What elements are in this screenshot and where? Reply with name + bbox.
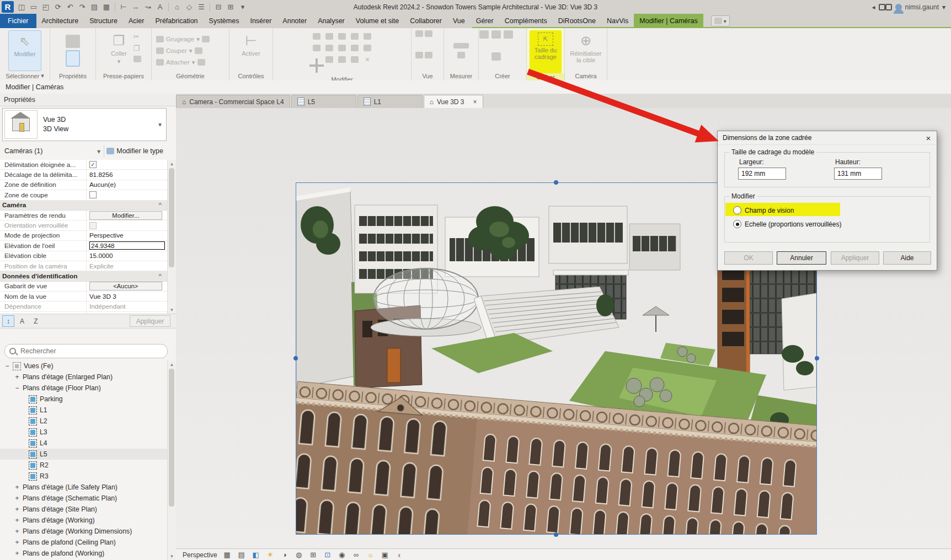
copy-tool-icon[interactable] (325, 56, 333, 63)
delete-icon[interactable]: × (365, 55, 370, 64)
shadows-icon[interactable]: ◑ (280, 551, 289, 559)
tree-item-working-dimensions[interactable]: + Plans d'étage (Working Dimensions) (0, 526, 167, 537)
lock-orientation-icon[interactable]: ◉ (338, 551, 346, 559)
visibility-icon[interactable]: ⊟ (213, 2, 224, 13)
property-row[interactable]: Elévation de l'oeil 24.9348 (0, 241, 167, 251)
text-icon[interactable]: A (154, 2, 165, 13)
tab-volume-et-site[interactable]: Volume et site (350, 14, 405, 28)
collapse-search-icon[interactable]: ◂ (872, 3, 875, 11)
signed-in-user[interactable]: nimsi.gaunt (905, 3, 939, 11)
customize-icon[interactable]: ▾ (237, 2, 248, 13)
tab-modifier-cameras[interactable]: Modifier | Caméras (634, 14, 703, 28)
redo-icon[interactable]: ↷ (77, 2, 88, 13)
browser-search-box[interactable] (4, 344, 168, 358)
scroll-down-icon[interactable]: ▼ (168, 306, 176, 314)
edit-type-button[interactable]: Modifier le type (104, 145, 165, 157)
eye-elevation-input[interactable]: 24.9348 (89, 241, 165, 250)
unpin-icon[interactable] (364, 45, 371, 51)
tab-analyser[interactable]: Analyser (312, 14, 350, 28)
expand-node-icon[interactable]: + (14, 516, 20, 524)
measure-between-icon[interactable] (457, 52, 465, 58)
cut-profile-icon[interactable] (202, 36, 210, 42)
mirror-pick-icon[interactable] (351, 33, 359, 40)
user-menu-caret-icon[interactable]: ▾ (942, 3, 945, 11)
rotate-icon[interactable] (338, 56, 346, 63)
property-row[interactable]: Zone de coupe (0, 190, 167, 200)
property-value[interactable]: 81.8256 (89, 171, 113, 179)
reveal-hidden-icon[interactable]: ☼ (366, 551, 375, 559)
print-setup-icon[interactable]: ▦ (101, 2, 112, 13)
tree-item-l2[interactable]: L2 (0, 416, 167, 427)
sort-default-icon[interactable]: ↕ (2, 315, 14, 327)
property-value[interactable]: 15.0000 (89, 252, 113, 260)
array-icon[interactable] (313, 45, 320, 51)
scroll-down-icon[interactable]: ▼ (168, 552, 176, 560)
tree-item-l1[interactable]: L1 (0, 405, 167, 416)
property-row[interactable]: Zone de définition Aucun(e) (0, 180, 167, 190)
properties-palette-icon[interactable] (66, 35, 80, 48)
open-icon[interactable]: ▭ (28, 2, 39, 13)
tab-dirootsone[interactable]: DiRootsOne (553, 14, 601, 28)
expand-node-icon[interactable]: + (14, 550, 20, 557)
tree-item-vues[interactable]: − Vues (Fe) (0, 360, 167, 371)
view-mode-label[interactable]: Perspective (183, 551, 217, 559)
join-geometry-icon[interactable] (156, 59, 164, 66)
property-value[interactable]: Vue 3D 3 (89, 293, 116, 300)
tab-architecture[interactable]: Architecture (36, 14, 84, 28)
property-row[interactable]: Mode de projection Perspective (0, 231, 167, 241)
mirror-axis-icon[interactable] (338, 33, 346, 40)
offset-icon[interactable] (325, 33, 333, 40)
property-row[interactable]: Paramètres de rendu Modifier... (0, 211, 167, 220)
type-selector-caret-icon[interactable]: ▾ (158, 121, 162, 128)
tab-annoter[interactable]: Annoter (277, 14, 312, 28)
expand-node-icon[interactable]: + (14, 527, 20, 535)
property-section-camera[interactable]: Caméra ^ (0, 201, 167, 211)
type-selector[interactable]: Vue 3D 3D View ▾ (2, 108, 167, 141)
properties-panel-header[interactable]: Propriétés (0, 94, 176, 106)
tree-item-floor-plan[interactable]: − Plans d'étage (Floor Plan) (0, 383, 167, 394)
property-value[interactable]: Aucun(e) (89, 181, 116, 189)
coller-button[interactable]: ❐ Coller ▾ (106, 30, 132, 70)
override-graphics-icon[interactable] (425, 30, 432, 37)
tree-item-enlarged-plan[interactable]: + Plans d'étage (Enlarged Plan) (0, 371, 167, 383)
home-3d-icon[interactable]: ⌂ (172, 2, 183, 13)
sort-desc-icon[interactable]: Z (30, 315, 42, 327)
tab-prefabrication[interactable]: Préfabrication (149, 14, 203, 28)
crop-handle-right[interactable] (815, 356, 819, 360)
rendering-settings-button[interactable]: Modifier... (89, 211, 162, 220)
tab-navvis[interactable]: NavVis (601, 14, 634, 28)
collapse-node-icon[interactable]: − (14, 384, 20, 392)
crop-view-icon[interactable]: ⊞ (309, 551, 318, 559)
close-tab-icon[interactable]: × (473, 98, 477, 106)
tree-item-site-plan[interactable]: + Plans d'étage (Site Plan) (0, 504, 167, 515)
tree-item-schematic-plan[interactable]: + Plans d'étage (Schematic Plan) (0, 493, 167, 504)
view-tab-camera-commercial[interactable]: ⌂ Camera - Commercial Space L4 (176, 95, 290, 108)
scroll-up-icon[interactable]: ▲ (168, 160, 176, 168)
spline-icon[interactable]: ↝ (142, 2, 153, 13)
paint-icon[interactable] (197, 59, 205, 66)
cut-icon[interactable]: ✂ (133, 33, 141, 41)
crop-handle-bottom[interactable] (554, 532, 558, 537)
help-button[interactable]: Aide (883, 251, 931, 265)
tree-item-ceiling-plan[interactable]: + Plans de plafond (Ceiling Plan) (0, 537, 167, 548)
save-icon[interactable]: ◰ (40, 2, 51, 13)
activer-button[interactable]: ⊢ Activer (235, 30, 267, 70)
create-assembly-icon[interactable] (491, 30, 501, 39)
property-value[interactable]: Perspective (89, 231, 124, 239)
detail-level-icon[interactable]: ▤ (237, 551, 246, 559)
apply-button[interactable]: Appliquer (831, 251, 879, 265)
align-icon[interactable] (313, 33, 320, 40)
modify-panel-toggle[interactable]: ▾ (711, 15, 730, 26)
tree-item-r3[interactable]: R3 (0, 471, 167, 482)
cancel-button[interactable]: Annuler (777, 251, 826, 265)
move-icon[interactable] (309, 58, 324, 73)
search-input[interactable] (19, 347, 143, 356)
tab-vue[interactable]: Vue (447, 14, 471, 28)
scale-icon[interactable]: ▦ (223, 551, 232, 559)
expand-node-icon[interactable]: + (14, 505, 20, 513)
expand-node-icon[interactable]: + (14, 373, 20, 381)
show-crop-icon[interactable]: ⊡ (323, 551, 332, 559)
expand-node-icon[interactable]: + (14, 539, 20, 546)
display-box-icon[interactable] (425, 52, 432, 58)
cope-icon[interactable] (156, 36, 164, 42)
